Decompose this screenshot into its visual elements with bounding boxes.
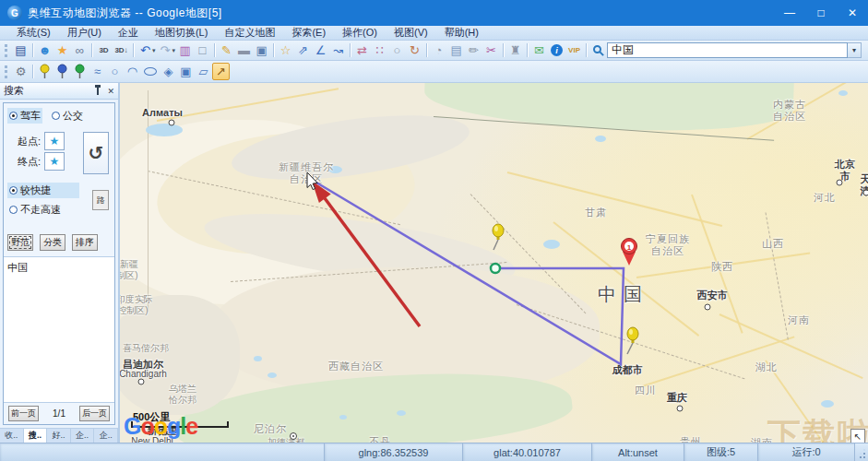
radio-icon — [9, 206, 18, 214]
measure-arrow-icon[interactable]: ↗ — [212, 63, 230, 80]
route-polyline[interactable] — [312, 180, 624, 364]
action-button-排序[interactable]: 排序 — [72, 234, 98, 251]
ellipse-icon[interactable] — [144, 67, 157, 76]
menu-item[interactable]: 系统(S) — [9, 26, 58, 40]
mountain-patch — [200, 200, 518, 299]
star-shape-icon[interactable]: ☆ — [277, 41, 294, 59]
red-arrow-annotation[interactable] — [312, 181, 420, 326]
google-logo-letter: G — [124, 413, 140, 439]
chat-icon[interactable]: ✉ — [530, 41, 548, 59]
undo-icon[interactable]: ↶ — [137, 41, 154, 59]
pushpin-marker[interactable] — [493, 224, 504, 250]
user-icon[interactable]: ☻ — [36, 41, 54, 59]
lake — [397, 410, 406, 416]
info-icon[interactable]: i — [551, 44, 563, 56]
image-icon[interactable]: ▣ — [253, 41, 270, 59]
clipboard-icon[interactable]: ▤ — [447, 41, 465, 59]
toggle-3d-2d-icon[interactable]: 3D↓ — [113, 41, 130, 59]
map-canvas[interactable]: Алматы新疆维吾尔 自治区甘肃内蒙古 自治区北京市天津河北山西陕西西安市河南… — [120, 83, 868, 443]
search-results[interactable]: 中国 — [4, 256, 114, 403]
binoculars-icon[interactable]: ∞ — [71, 41, 89, 59]
end-favorite-button[interactable]: ★ — [44, 152, 65, 171]
sidebar-tab-搜..[interactable]: 搜.. — [24, 429, 48, 443]
menu-item[interactable]: 用户(U) — [60, 26, 109, 40]
toolbar-separator — [91, 43, 92, 57]
search-result-item[interactable]: 中国 — [7, 262, 28, 273]
toolbar-grip[interactable] — [5, 44, 9, 57]
rect-nodes-icon[interactable]: ▣ — [177, 63, 195, 80]
pushpin-yellow-icon[interactable] — [36, 63, 54, 80]
refresh-icon[interactable]: ↻ — [406, 41, 423, 59]
sidebar-tab-收..[interactable]: 收.. — [0, 429, 24, 443]
menu-item[interactable]: 企业 — [111, 26, 146, 40]
sidebar-tab-企..[interactable]: 企.. — [71, 429, 95, 443]
polyline-icon[interactable]: ⇗ — [294, 41, 312, 59]
route-option-不走高速[interactable]: 不走高速 — [7, 202, 79, 218]
menu-item[interactable]: 自定义地图 — [217, 26, 282, 40]
arc-icon[interactable]: ◠ — [124, 63, 141, 80]
pushpin-blue-icon[interactable] — [54, 63, 71, 80]
angle-icon[interactable]: ∠ — [312, 41, 329, 59]
prev-page-button[interactable]: 前一页 — [8, 406, 39, 421]
sidebar-tab-企..[interactable]: 企.. — [94, 429, 118, 443]
menu-item[interactable]: 帮助(H) — [437, 26, 486, 40]
pencil-icon[interactable]: ✎ — [218, 41, 235, 59]
edit-icon[interactable]: ✏ — [465, 41, 482, 59]
mode-radio-公交[interactable]: 公交 — [50, 108, 85, 124]
toolbar-grip[interactable] — [5, 65, 9, 78]
sidebar-close-icon[interactable]: ✕ — [107, 87, 114, 96]
city-dot — [677, 406, 684, 412]
pushpin-green-icon[interactable] — [71, 63, 89, 80]
polygon-nodes-icon[interactable]: ▱ — [195, 63, 212, 80]
close-button[interactable]: ✕ — [837, 0, 868, 26]
swap-start-end-button[interactable]: ↺ — [83, 132, 109, 174]
search-combobox: ▾ — [607, 42, 862, 58]
scissors-icon[interactable]: ✂ — [482, 41, 500, 59]
menu-item[interactable]: 地图切换(L) — [148, 26, 215, 40]
pan-cursor-button[interactable]: ↖ — [850, 429, 865, 443]
mode-radio-驾车[interactable]: 驾车 — [7, 108, 42, 124]
tower-icon[interactable]: ♜ — [506, 41, 524, 59]
lake — [146, 124, 183, 136]
vip-icon[interactable]: VIP — [565, 41, 583, 59]
autohide-pin-icon[interactable] — [97, 88, 99, 95]
ruler-icon[interactable]: ▬ — [235, 41, 253, 59]
circle-tool-icon[interactable]: ○ — [388, 41, 406, 59]
select-rect-icon[interactable]: □ — [194, 41, 211, 59]
search-input[interactable] — [607, 42, 848, 58]
redo-icon[interactable]: ↷ — [157, 41, 174, 59]
map-label: 甘肃 — [585, 207, 607, 219]
menu-item[interactable]: 操作(O) — [335, 26, 385, 40]
delete-icon[interactable]: ▥ — [176, 41, 194, 59]
resize-grip[interactable] — [855, 443, 868, 461]
menu-item[interactable]: 视图(V) — [386, 26, 435, 40]
border-line — [231, 262, 506, 282]
save-icon[interactable]: ▤ — [12, 41, 30, 59]
action-button-野范[interactable]: 野范 — [7, 234, 33, 251]
clock-icon[interactable]: ◔ — [430, 41, 447, 59]
points-icon[interactable]: ∷ — [371, 41, 388, 59]
route-option-较快捷[interactable]: 较快捷 — [7, 183, 79, 198]
search-icon[interactable] — [593, 45, 601, 53]
search-dropdown-button[interactable]: ▾ — [848, 42, 862, 58]
circle-shape-icon[interactable]: ○ — [106, 63, 124, 80]
sidebar-tab-好..[interactable]: 好.. — [47, 429, 71, 443]
favorites-icon[interactable]: ★ — [54, 41, 71, 59]
route-book-button[interactable]: 路 — [92, 190, 109, 210]
action-button-分类[interactable]: 分类 — [40, 234, 65, 251]
wave-line-icon[interactable]: ≈ — [89, 63, 106, 80]
minimize-button[interactable]: — — [774, 0, 805, 26]
menu-item[interactable]: 探索(E) — [284, 26, 333, 40]
map-label: 山西 — [762, 238, 784, 250]
swap-route-icon[interactable]: ⇄ — [353, 41, 371, 59]
curve-icon[interactable]: ↝ — [329, 41, 347, 59]
next-page-button[interactable]: 后一页 — [79, 406, 110, 421]
view-3d-icon[interactable]: 3D — [95, 41, 113, 59]
start-favorite-button[interactable]: ★ — [44, 132, 65, 150]
diamond-icon[interactable]: ◈ — [160, 63, 177, 80]
pushpin-marker[interactable] — [627, 327, 638, 354]
settings-gear-icon[interactable]: ⚙ — [12, 63, 30, 80]
route-start-marker[interactable] — [491, 264, 500, 273]
maximize-button[interactable]: □ — [805, 0, 837, 26]
numbered-balloon-marker[interactable]: 1 — [622, 239, 637, 266]
